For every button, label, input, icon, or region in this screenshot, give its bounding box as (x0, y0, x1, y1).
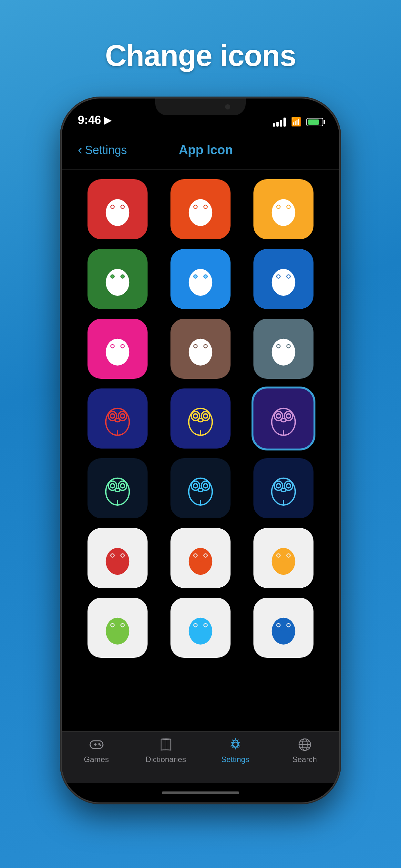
page-title: Change icons (105, 39, 296, 73)
svg-point-6 (121, 206, 124, 208)
svg-point-98 (276, 414, 281, 418)
svg-point-150 (106, 618, 129, 645)
svg-point-32 (112, 275, 114, 278)
home-bar (162, 792, 239, 794)
svg-point-171 (277, 624, 280, 626)
globe-icon (296, 737, 314, 752)
tab-games-label: Games (84, 755, 109, 764)
svg-point-25 (281, 209, 286, 213)
back-button[interactable]: ‹ Settings (78, 144, 127, 157)
svg-point-99 (286, 414, 290, 418)
navigation-bar: ‹ Settings App Icon (62, 131, 339, 169)
svg-point-147 (287, 554, 289, 557)
svg-point-129 (121, 554, 124, 557)
svg-point-85 (120, 414, 125, 418)
svg-point-51 (287, 275, 289, 278)
tab-settings[interactable]: Settings (201, 737, 270, 764)
app-icon-16[interactable] (88, 528, 148, 588)
svg-point-84 (111, 414, 115, 418)
app-icon-11[interactable] (171, 389, 230, 448)
svg-point-112 (193, 484, 197, 488)
svg-point-24 (287, 206, 289, 208)
svg-point-42 (204, 275, 207, 278)
svg-point-139 (198, 558, 203, 561)
wifi-icon: 📶 (291, 117, 301, 127)
app-icon-7[interactable] (88, 319, 148, 379)
signal-bars (273, 118, 286, 127)
svg-point-148 (281, 558, 286, 561)
home-indicator (62, 783, 339, 802)
svg-point-155 (112, 624, 114, 626)
battery-fill (308, 120, 319, 125)
battery-icon (306, 118, 323, 126)
svg-point-106 (120, 484, 125, 488)
svg-point-68 (194, 345, 197, 347)
app-icon-21[interactable] (253, 598, 313, 658)
app-icon-9[interactable] (253, 319, 313, 379)
icons-container (62, 169, 339, 732)
svg-point-100 (281, 418, 286, 422)
app-icon-15[interactable] (253, 458, 313, 518)
app-icon-17[interactable] (171, 528, 230, 588)
svg-point-164 (204, 624, 207, 626)
svg-point-78 (287, 345, 289, 347)
chevron-left-icon: ‹ (78, 143, 82, 157)
app-icon-18[interactable] (253, 528, 313, 588)
app-icon-2[interactable] (171, 179, 230, 239)
svg-point-114 (198, 488, 203, 492)
app-icon-5[interactable] (171, 249, 230, 309)
svg-point-128 (112, 554, 114, 557)
svg-point-138 (204, 554, 207, 557)
svg-point-70 (198, 349, 203, 352)
back-label: Settings (85, 144, 127, 157)
app-icon-10[interactable] (88, 389, 148, 448)
svg-point-59 (112, 345, 114, 347)
tab-dictionaries[interactable]: Dictionaries (131, 737, 201, 764)
app-icon-14[interactable] (171, 458, 230, 518)
svg-point-77 (277, 345, 280, 347)
svg-point-86 (115, 418, 120, 422)
svg-point-158 (189, 618, 212, 645)
app-icon-8[interactable] (171, 319, 230, 379)
svg-point-180 (233, 742, 238, 747)
svg-point-23 (277, 206, 280, 208)
svg-point-43 (198, 279, 203, 282)
svg-point-157 (115, 628, 120, 631)
svg-point-172 (287, 624, 289, 626)
notch (155, 98, 246, 115)
app-icon-20[interactable] (171, 598, 230, 658)
app-icon-6[interactable] (253, 249, 313, 309)
svg-point-130 (115, 558, 120, 561)
tab-games[interactable]: Games (62, 737, 131, 764)
location-icon: ▶ (104, 115, 112, 126)
app-icon-12[interactable] (253, 389, 313, 448)
svg-point-105 (111, 484, 115, 488)
tab-bar: Games Dictionaries (62, 732, 339, 783)
svg-point-50 (277, 275, 280, 278)
svg-point-5 (112, 206, 114, 208)
app-icon-13[interactable] (88, 458, 148, 518)
svg-point-41 (194, 275, 197, 278)
tab-settings-label: Settings (221, 755, 249, 764)
front-camera (225, 104, 230, 110)
app-icon-4[interactable] (88, 249, 148, 309)
svg-point-163 (194, 624, 197, 626)
app-icon-1[interactable] (88, 179, 148, 239)
svg-point-15 (204, 206, 207, 208)
svg-point-156 (121, 624, 124, 626)
svg-point-173 (281, 628, 286, 631)
gear-icon (226, 737, 244, 752)
svg-point-16 (198, 209, 203, 213)
tab-search[interactable]: Search (270, 737, 339, 764)
svg-point-165 (198, 628, 203, 631)
svg-point-69 (204, 345, 207, 347)
svg-point-119 (276, 484, 281, 488)
status-time: 9:46 ▶ (78, 113, 112, 127)
nav-title: App Icon (127, 143, 284, 157)
svg-point-146 (277, 554, 280, 557)
svg-point-61 (115, 349, 120, 352)
book-icon (157, 737, 175, 752)
app-icon-3[interactable] (253, 179, 313, 239)
gamepad-icon (88, 737, 105, 752)
app-icon-19[interactable] (88, 598, 148, 658)
